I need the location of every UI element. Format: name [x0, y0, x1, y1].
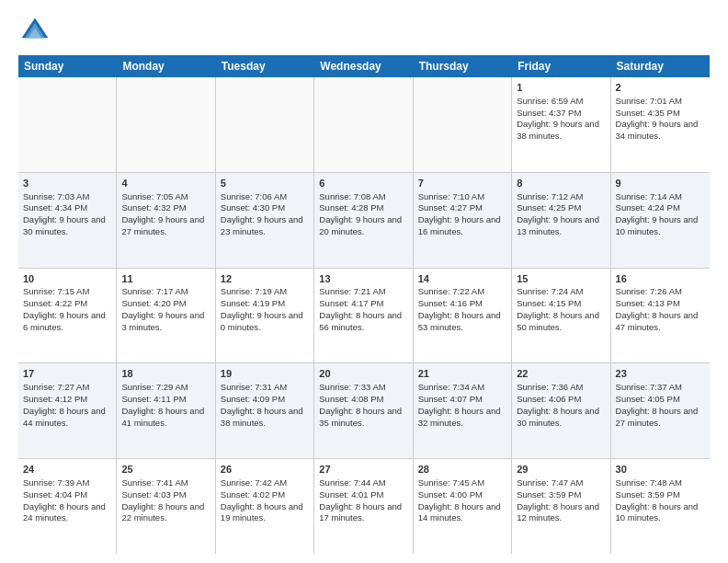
calendar-cell: 19Sunrise: 7:31 AM Sunset: 4:09 PM Dayli… — [216, 363, 314, 458]
day-number: 7 — [418, 177, 506, 190]
calendar: SundayMondayTuesdayWednesdayThursdayFrid… — [18, 55, 710, 554]
day-info: Sunrise: 7:41 AM Sunset: 4:03 PM Dayligh… — [121, 477, 204, 523]
day-number: 24 — [23, 463, 111, 477]
day-info: Sunrise: 7:26 AM Sunset: 4:13 PM Dayligh… — [616, 286, 699, 331]
calendar-cell: 9Sunrise: 7:14 AM Sunset: 4:24 PM Daylig… — [611, 173, 710, 268]
day-info: Sunrise: 7:10 AM Sunset: 4:27 PM Dayligh… — [418, 191, 501, 236]
calendar-cell: 6Sunrise: 7:08 AM Sunset: 4:28 PM Daylig… — [314, 173, 413, 268]
calendar-cell: 24Sunrise: 7:39 AM Sunset: 4:04 PM Dayli… — [18, 459, 117, 554]
calendar-row: 3Sunrise: 7:03 AM Sunset: 4:34 PM Daylig… — [18, 173, 710, 269]
day-number: 15 — [517, 272, 605, 286]
calendar-cell: 8Sunrise: 7:12 AM Sunset: 4:25 PM Daylig… — [512, 173, 610, 268]
day-info: Sunrise: 7:37 AM Sunset: 4:05 PM Dayligh… — [616, 382, 699, 427]
day-info: Sunrise: 7:39 AM Sunset: 4:04 PM Dayligh… — [23, 477, 106, 523]
day-number: 19 — [221, 367, 309, 381]
calendar-cell: 12Sunrise: 7:19 AM Sunset: 4:19 PM Dayli… — [216, 269, 314, 363]
day-number: 17 — [23, 367, 111, 381]
calendar-header-cell: Thursday — [414, 55, 512, 77]
day-info: Sunrise: 7:05 AM Sunset: 4:32 PM Dayligh… — [121, 191, 204, 236]
day-info: Sunrise: 7:22 AM Sunset: 4:16 PM Dayligh… — [418, 286, 501, 331]
day-number: 1 — [517, 81, 605, 95]
calendar-cell-empty — [216, 77, 314, 172]
day-number: 21 — [418, 367, 506, 381]
calendar-header: SundayMondayTuesdayWednesdayThursdayFrid… — [18, 55, 710, 77]
calendar-cell: 23Sunrise: 7:37 AM Sunset: 4:05 PM Dayli… — [611, 363, 710, 458]
day-info: Sunrise: 7:34 AM Sunset: 4:07 PM Dayligh… — [418, 382, 501, 427]
calendar-cell: 27Sunrise: 7:44 AM Sunset: 4:01 PM Dayli… — [314, 459, 413, 554]
day-info: Sunrise: 7:33 AM Sunset: 4:08 PM Dayligh… — [319, 382, 402, 427]
day-number: 14 — [418, 272, 506, 286]
calendar-row: 17Sunrise: 7:27 AM Sunset: 4:12 PM Dayli… — [18, 363, 710, 459]
day-number: 28 — [418, 463, 506, 477]
calendar-cell-empty — [117, 77, 215, 172]
day-number: 18 — [121, 367, 210, 381]
day-number: 22 — [517, 367, 605, 381]
calendar-row: 24Sunrise: 7:39 AM Sunset: 4:04 PM Dayli… — [18, 459, 710, 554]
calendar-cell: 20Sunrise: 7:33 AM Sunset: 4:08 PM Dayli… — [314, 363, 413, 458]
day-number: 16 — [616, 272, 705, 286]
calendar-cell: 14Sunrise: 7:22 AM Sunset: 4:16 PM Dayli… — [414, 269, 512, 363]
day-number: 23 — [616, 367, 705, 381]
day-info: Sunrise: 7:08 AM Sunset: 4:28 PM Dayligh… — [319, 191, 402, 236]
day-info: Sunrise: 6:59 AM Sunset: 4:37 PM Dayligh… — [517, 96, 599, 141]
day-info: Sunrise: 7:27 AM Sunset: 4:12 PM Dayligh… — [23, 382, 106, 427]
calendar-header-cell: Saturday — [611, 55, 710, 77]
day-number: 4 — [121, 177, 210, 190]
day-info: Sunrise: 7:36 AM Sunset: 4:06 PM Dayligh… — [517, 382, 599, 427]
calendar-cell: 28Sunrise: 7:45 AM Sunset: 4:00 PM Dayli… — [414, 459, 512, 554]
calendar-body: 1Sunrise: 6:59 AM Sunset: 4:37 PM Daylig… — [18, 77, 710, 554]
day-number: 2 — [616, 81, 705, 95]
page: SundayMondayTuesdayWednesdayThursdayFrid… — [0, 0, 728, 563]
logo — [18, 15, 55, 48]
calendar-header-cell: Sunday — [18, 55, 117, 77]
calendar-cell: 10Sunrise: 7:15 AM Sunset: 4:22 PM Dayli… — [18, 269, 117, 363]
calendar-header-cell: Monday — [117, 55, 215, 77]
calendar-cell: 16Sunrise: 7:26 AM Sunset: 4:13 PM Dayli… — [611, 269, 710, 363]
day-number: 10 — [23, 272, 111, 286]
calendar-header-cell: Tuesday — [216, 55, 314, 77]
header — [18, 15, 710, 48]
day-info: Sunrise: 7:42 AM Sunset: 4:02 PM Dayligh… — [221, 477, 303, 523]
day-number: 30 — [616, 463, 705, 477]
calendar-cell: 30Sunrise: 7:48 AM Sunset: 3:59 PM Dayli… — [611, 459, 710, 554]
calendar-cell: 29Sunrise: 7:47 AM Sunset: 3:59 PM Dayli… — [512, 459, 610, 554]
day-number: 29 — [517, 463, 605, 477]
calendar-cell: 4Sunrise: 7:05 AM Sunset: 4:32 PM Daylig… — [117, 173, 215, 268]
day-info: Sunrise: 7:24 AM Sunset: 4:15 PM Dayligh… — [517, 286, 599, 331]
day-number: 8 — [517, 177, 605, 190]
day-number: 6 — [319, 177, 407, 190]
calendar-cell-empty — [18, 77, 117, 172]
calendar-cell: 5Sunrise: 7:06 AM Sunset: 4:30 PM Daylig… — [216, 173, 314, 268]
calendar-cell: 25Sunrise: 7:41 AM Sunset: 4:03 PM Dayli… — [117, 459, 215, 554]
day-info: Sunrise: 7:03 AM Sunset: 4:34 PM Dayligh… — [23, 191, 106, 236]
day-number: 25 — [121, 463, 210, 477]
day-number: 20 — [319, 367, 407, 381]
calendar-cell: 21Sunrise: 7:34 AM Sunset: 4:07 PM Dayli… — [414, 363, 512, 458]
day-info: Sunrise: 7:14 AM Sunset: 4:24 PM Dayligh… — [616, 191, 699, 236]
day-info: Sunrise: 7:21 AM Sunset: 4:17 PM Dayligh… — [319, 286, 402, 331]
day-number: 12 — [221, 272, 309, 286]
calendar-cell: 17Sunrise: 7:27 AM Sunset: 4:12 PM Dayli… — [18, 363, 117, 458]
day-info: Sunrise: 7:31 AM Sunset: 4:09 PM Dayligh… — [221, 382, 303, 427]
calendar-header-cell: Friday — [512, 55, 610, 77]
day-info: Sunrise: 7:12 AM Sunset: 4:25 PM Dayligh… — [517, 191, 599, 236]
calendar-cell: 3Sunrise: 7:03 AM Sunset: 4:34 PM Daylig… — [18, 173, 117, 268]
calendar-cell: 22Sunrise: 7:36 AM Sunset: 4:06 PM Dayli… — [512, 363, 610, 458]
calendar-cell: 11Sunrise: 7:17 AM Sunset: 4:20 PM Dayli… — [117, 269, 215, 363]
day-info: Sunrise: 7:29 AM Sunset: 4:11 PM Dayligh… — [121, 382, 204, 427]
calendar-cell: 13Sunrise: 7:21 AM Sunset: 4:17 PM Dayli… — [314, 269, 413, 363]
day-number: 26 — [221, 463, 309, 477]
day-info: Sunrise: 7:44 AM Sunset: 4:01 PM Dayligh… — [319, 477, 402, 523]
day-info: Sunrise: 7:19 AM Sunset: 4:19 PM Dayligh… — [221, 286, 303, 331]
calendar-cell: 18Sunrise: 7:29 AM Sunset: 4:11 PM Dayli… — [117, 363, 215, 458]
calendar-cell-empty — [414, 77, 512, 172]
calendar-cell: 7Sunrise: 7:10 AM Sunset: 4:27 PM Daylig… — [414, 173, 512, 268]
day-number: 27 — [319, 463, 407, 477]
day-info: Sunrise: 7:47 AM Sunset: 3:59 PM Dayligh… — [517, 477, 599, 523]
day-info: Sunrise: 7:06 AM Sunset: 4:30 PM Dayligh… — [221, 191, 303, 236]
calendar-header-cell: Wednesday — [314, 55, 413, 77]
logo-icon — [18, 15, 51, 48]
day-number: 11 — [121, 272, 210, 286]
day-number: 9 — [616, 177, 705, 190]
day-number: 13 — [319, 272, 407, 286]
